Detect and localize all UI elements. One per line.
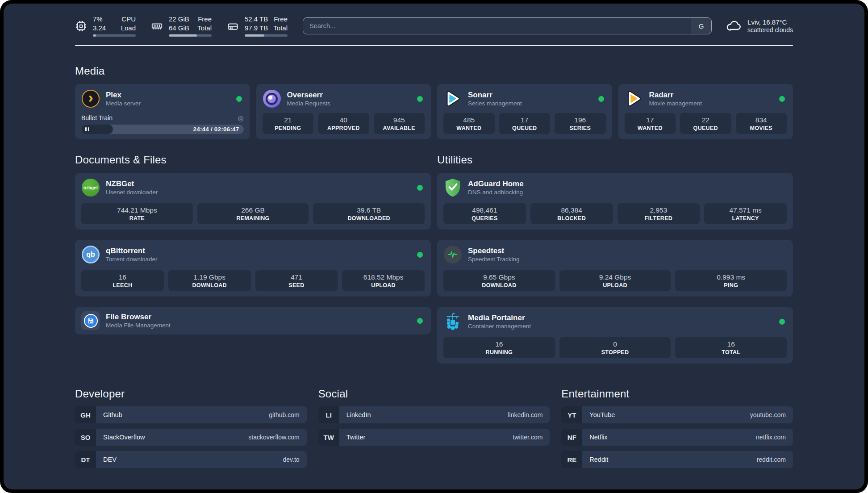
stat-label: WANTED xyxy=(445,125,493,131)
card-title: Radarr xyxy=(649,91,702,100)
bookmark-abbr: YT xyxy=(561,406,582,423)
section-title-developer: Developer xyxy=(75,388,307,400)
bookmark-abbr: SO xyxy=(75,429,96,446)
bookmark-abbr: GH xyxy=(75,406,96,423)
cpu-usage-bar xyxy=(93,34,136,37)
bookmark-github[interactable]: GH Github github.com xyxy=(75,406,307,423)
status-online-dot xyxy=(417,96,423,102)
weather-widget[interactable]: Lviv, 16.87°C scattered clouds xyxy=(725,17,793,34)
webcam-icon: ◎ xyxy=(238,115,243,121)
stat-value: 16 xyxy=(445,340,553,348)
cpu-percent: 7% xyxy=(93,15,106,24)
storage-total-label: Total xyxy=(273,24,288,33)
stat-value: 22 xyxy=(682,116,730,124)
qbittorrent-icon: qb xyxy=(81,245,100,264)
bookmark-label: Reddit xyxy=(589,456,608,463)
bookmark-netflix[interactable]: NF Netflix netflix.com xyxy=(561,429,793,446)
stat-value: 9.24 Gbps xyxy=(561,273,669,281)
storage-free-label: Free xyxy=(273,15,288,24)
stat-label: RATE xyxy=(83,215,191,221)
bookmark-url: dev.to xyxy=(283,456,300,463)
app-card-adguard[interactable]: AdGuard Home DNS and adblocking 498,461 … xyxy=(437,173,793,230)
app-card-nzbget[interactable]: nzbget NZBGet Usenet downloader 744.21 M… xyxy=(75,173,431,230)
app-card-qbittorrent[interactable]: qb qBittorrent Torrent downloader 16 LEE… xyxy=(75,240,431,297)
app-card-overseerr[interactable]: Overseerr Media Requests 21 PENDING 40 A… xyxy=(256,84,431,139)
app-card-sonarr[interactable]: Sonarr Series management 485 WANTED 17 Q… xyxy=(437,84,612,139)
stat-value: 471 xyxy=(257,273,336,281)
app-card-filebrowser[interactable]: File Browser Media File Management xyxy=(75,307,431,334)
app-card-radarr[interactable]: Radarr Movie management 17 WANTED 22 QUE… xyxy=(618,84,793,139)
stat-box: 17 WANTED xyxy=(625,113,676,134)
bookmark-url: youtube.com xyxy=(750,411,786,418)
stat-label: APPROVED xyxy=(320,125,367,131)
stat-label: TOTAL xyxy=(677,349,785,355)
top-bar: 7% 3.24 CPU Load xyxy=(75,13,793,38)
stat-value: 17 xyxy=(501,116,549,124)
storage-total-value: 97.9 TB xyxy=(245,24,268,33)
stat-value: 196 xyxy=(556,116,604,124)
stat-value: 266 GB xyxy=(199,206,307,214)
bookmark-label: LinkedIn xyxy=(346,411,371,418)
status-online-dot xyxy=(779,96,785,102)
window-frame: 7% 3.24 CPU Load xyxy=(0,0,868,493)
portainer-icon xyxy=(443,312,462,331)
stat-value: 0.993 ms xyxy=(677,273,785,281)
app-card-speedtest[interactable]: Speedtest Speedtest Tracking 9.65 Gbps D… xyxy=(437,240,793,297)
bookmark-youtube[interactable]: YT YouTube youtube.com xyxy=(561,406,793,423)
bookmark-twitter[interactable]: TW Twitter twitter.com xyxy=(318,429,550,446)
stat-value: 945 xyxy=(376,116,423,124)
speedtest-icon xyxy=(443,245,462,264)
section-title-social: Social xyxy=(318,388,550,400)
playback-time: 24:44 / 02:06:47 xyxy=(193,126,243,133)
stat-box: 744.21 Mbps RATE xyxy=(81,203,193,224)
stat-box: 2,953 FILTERED xyxy=(618,203,700,224)
stat-box: 945 AVAILABLE xyxy=(374,113,425,134)
stat-label: STOPPED xyxy=(561,349,669,355)
section-media: Media Plex Media server xyxy=(75,65,793,139)
stat-label: SEED xyxy=(257,282,336,288)
bookmark-reddit[interactable]: RE Reddit reddit.com xyxy=(561,451,793,468)
stat-label: LATENCY xyxy=(706,215,785,221)
section-entertainment: Entertainment YT YouTube youtube.com NF … xyxy=(561,388,793,468)
card-subtitle: Speedtest Tracking xyxy=(468,256,520,263)
search-input[interactable] xyxy=(303,18,691,34)
memory-total-label: Total xyxy=(197,24,212,33)
stat-box: 1.19 Gbps DOWNLOAD xyxy=(168,270,251,291)
bookmark-linkedin[interactable]: LI LinkedIn linkedin.com xyxy=(318,406,550,423)
app-card-plex[interactable]: Plex Media server Bullet Train ◎ 24:44 xyxy=(75,84,250,139)
stat-value: 16 xyxy=(677,340,785,348)
card-title: qBittorrent xyxy=(106,246,158,255)
bookmark-stackoverflow[interactable]: SO StackOverflow stackoverflow.com xyxy=(75,429,307,446)
pause-icon[interactable] xyxy=(85,127,89,131)
stat-box: 39.6 TB DOWNLOADED xyxy=(313,203,425,224)
status-online-dot xyxy=(417,185,423,191)
status-online-dot xyxy=(236,96,242,102)
storage-usage-fill xyxy=(245,34,264,37)
stat-label: UPLOAD xyxy=(344,282,423,288)
card-subtitle: Container management xyxy=(468,323,531,330)
stat-box: 266 GB REMAINING xyxy=(197,203,309,224)
bookmark-label: StackOverflow xyxy=(103,434,145,441)
bookmark-abbr: TW xyxy=(318,429,339,446)
search-bar: G xyxy=(303,17,712,34)
stat-box: 618.52 Mbps UPLOAD xyxy=(342,270,425,291)
card-title: Media Portainer xyxy=(468,313,531,322)
nzbget-icon: nzbget xyxy=(81,178,100,197)
memory-total-value: 64 GiB xyxy=(169,24,189,33)
playback-elapsed-fill xyxy=(81,125,113,134)
app-card-portainer[interactable]: Media Portainer Container management 16 … xyxy=(437,307,793,363)
stat-value: 21 xyxy=(264,116,312,124)
stat-label: REMAINING xyxy=(199,215,307,221)
adguard-icon xyxy=(443,178,462,197)
stat-box: 47.571 ms LATENCY xyxy=(704,203,787,224)
memory-stat: 22 GiB 64 GiB Free Total xyxy=(151,15,212,37)
card-title: Sonarr xyxy=(468,91,522,100)
stat-box: 16 LEECH xyxy=(81,270,164,291)
stat-label: QUEUED xyxy=(682,125,730,131)
bookmark-dev[interactable]: DT DEV dev.to xyxy=(75,451,307,468)
stat-box: 471 SEED xyxy=(255,270,338,291)
stat-box: 498,461 QUERIES xyxy=(443,203,526,224)
section-title-utilities: Utilities xyxy=(437,154,793,166)
cpu-stat: 7% 3.24 CPU Load xyxy=(75,15,136,37)
search-provider-button[interactable]: G xyxy=(691,18,711,34)
